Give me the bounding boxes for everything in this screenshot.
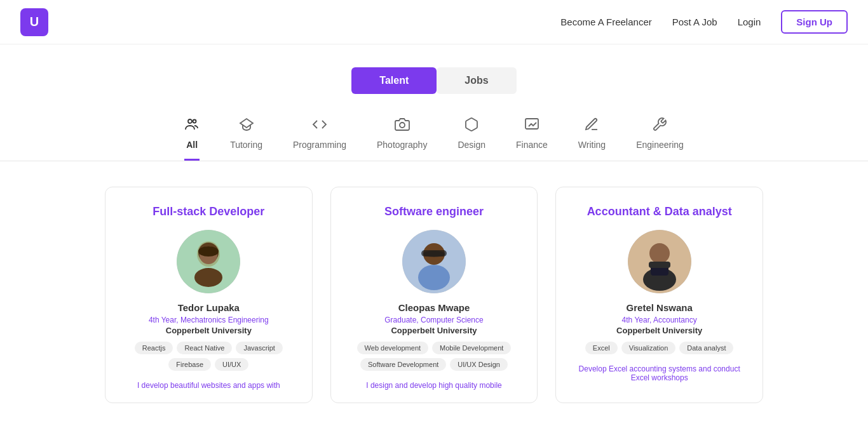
- signup-button[interactable]: Sign Up: [781, 10, 848, 34]
- writing-icon: [584, 117, 599, 136]
- talent-tab[interactable]: Talent: [351, 67, 437, 94]
- logo[interactable]: U: [20, 8, 48, 36]
- category-engineering[interactable]: Engineering: [636, 117, 684, 161]
- person-uni-2: Copperbelt University: [616, 326, 702, 335]
- person-sub-0: 4th Year, Mechatronics Engineering: [149, 316, 269, 324]
- person-name-1: Cleopas Mwape: [398, 302, 470, 313]
- design-icon: [464, 117, 479, 136]
- tag: Software Development: [360, 358, 446, 371]
- category-tutoring-label: Tutoring: [230, 140, 262, 150]
- person-name-2: Gretel Nswana: [627, 302, 693, 313]
- tag: UI/UX Design: [450, 358, 508, 371]
- tag: Data analyst: [679, 342, 733, 354]
- svg-point-2: [400, 123, 405, 128]
- card-title-2: Accountant & Data analyst: [587, 205, 732, 218]
- avatar-2: [628, 230, 691, 293]
- card-desc-0: I develop beautiful websites and apps wi…: [137, 381, 280, 390]
- category-programming[interactable]: Programming: [293, 117, 346, 161]
- person-uni-1: Copperbelt University: [391, 326, 477, 335]
- category-writing-label: Writing: [578, 140, 606, 150]
- card-fullstack: Full-stack Developer Tedor Lupaka 4th Ye…: [105, 187, 313, 403]
- svg-rect-19: [649, 262, 670, 268]
- svg-point-7: [194, 268, 222, 287]
- engineering-icon: [652, 117, 667, 136]
- category-all[interactable]: All: [184, 117, 200, 161]
- tag: Excel: [585, 342, 618, 354]
- header: U Become A Freelancer Post A Job Login S…: [0, 0, 868, 44]
- svg-point-1: [193, 120, 196, 123]
- category-writing[interactable]: Writing: [578, 117, 606, 161]
- svg-point-0: [188, 119, 192, 123]
- main-nav: Become A Freelancer Post A Job Login Sig…: [560, 10, 848, 34]
- tag: UI/UX: [215, 358, 248, 371]
- freelancer-cards: Full-stack Developer Tedor Lupaka 4th Ye…: [85, 177, 783, 413]
- card-desc-2: Develop Excel accounting systems and con…: [571, 364, 747, 382]
- tab-section: Talent Jobs: [0, 44, 868, 107]
- category-finance[interactable]: Finance: [516, 117, 548, 161]
- avatar-0: [177, 230, 240, 293]
- person-sub-2: 4th Year, Accountancy: [622, 316, 697, 324]
- photography-icon: [395, 117, 410, 136]
- svg-point-9: [198, 246, 219, 257]
- card-title-0: Full-stack Developer: [153, 205, 264, 218]
- category-photography-label: Photography: [377, 140, 427, 150]
- all-icon: [184, 117, 200, 136]
- category-finance-label: Finance: [516, 140, 548, 150]
- finance-icon: [524, 117, 539, 136]
- svg-point-11: [418, 265, 450, 290]
- category-tutoring[interactable]: Tutoring: [230, 117, 262, 161]
- login-link[interactable]: Login: [738, 17, 761, 27]
- category-photography[interactable]: Photography: [377, 117, 427, 161]
- tag: Visualization: [621, 342, 676, 354]
- post-job-link[interactable]: Post A Job: [672, 17, 717, 27]
- card-software: Software engineer Cleopas Mwape Graduate…: [330, 187, 538, 403]
- tag: Web development: [357, 342, 428, 354]
- become-freelancer-link[interactable]: Become A Freelancer: [560, 17, 651, 27]
- card-title-1: Software engineer: [384, 205, 484, 218]
- card-desc-1: I design and develop high quality mobile: [366, 381, 501, 390]
- person-name-0: Tedor Lupaka: [178, 302, 240, 313]
- programming-icon: [312, 117, 327, 136]
- tags-0: Reactjs React Native Javascript Firebase…: [121, 342, 297, 371]
- avatar-1: [402, 230, 466, 293]
- svg-point-14: [423, 251, 445, 257]
- category-engineering-label: Engineering: [636, 140, 684, 150]
- person-sub-1: Graduate, Computer Science: [384, 316, 483, 324]
- category-all-label: All: [186, 140, 198, 150]
- category-nav: All Tutoring Programming Photography: [0, 107, 868, 161]
- svg-point-17: [649, 243, 670, 263]
- tag: Mobile Development: [432, 342, 511, 354]
- tag: Javascript: [236, 342, 283, 354]
- category-design-label: Design: [458, 140, 485, 150]
- person-uni-0: Copperbelt University: [166, 326, 252, 335]
- tags-1: Web development Mobile Development Softw…: [346, 342, 522, 371]
- category-programming-label: Programming: [293, 140, 346, 150]
- tags-2: Excel Visualization Data analyst: [585, 342, 734, 354]
- tag: Reactjs: [135, 342, 173, 354]
- tutoring-icon: [239, 117, 254, 136]
- tag: Firebase: [168, 358, 211, 371]
- jobs-tab[interactable]: Jobs: [437, 67, 516, 94]
- card-accountant: Accountant & Data analyst Gretel Nswana …: [555, 187, 763, 403]
- tag: React Native: [177, 342, 232, 354]
- category-design[interactable]: Design: [458, 117, 485, 161]
